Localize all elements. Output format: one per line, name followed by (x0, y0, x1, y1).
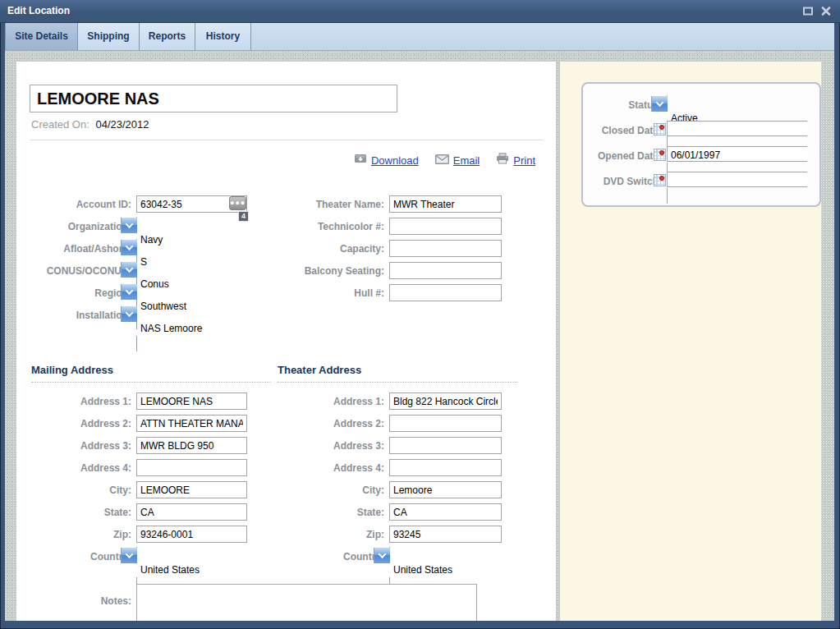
download-link-text[interactable]: Download (371, 154, 419, 167)
organization-row: Organization:Navy (23, 215, 247, 237)
state-control (389, 503, 502, 521)
city-label: City: (273, 484, 389, 496)
tab-shipping[interactable]: Shipping (78, 23, 140, 50)
balcony-seating-input[interactable] (389, 262, 502, 279)
hull-input[interactable] (389, 284, 502, 301)
zip-control (389, 526, 502, 543)
maximize-icon[interactable] (801, 5, 814, 17)
print-link-text[interactable]: Print (513, 154, 535, 167)
opened-date-input[interactable] (668, 148, 807, 163)
city-row: City: (273, 479, 502, 501)
download-icon (354, 153, 367, 168)
organization-label: Organization: (23, 221, 136, 232)
address-2-input[interactable] (389, 415, 502, 432)
zip-input[interactable] (136, 526, 247, 543)
address-4-input[interactable] (136, 459, 247, 476)
calendar-icon[interactable] (654, 123, 666, 135)
technicolor-input[interactable] (389, 218, 502, 235)
chevron-down-icon[interactable] (651, 96, 668, 112)
address-3-input[interactable] (136, 437, 247, 454)
capacity-input[interactable] (389, 240, 502, 257)
window-controls (801, 5, 832, 17)
dvd-switch-date-field (667, 172, 807, 204)
hull-control (389, 284, 502, 301)
country-label: Country: (23, 551, 136, 562)
country-row: Country:United States (273, 545, 502, 567)
ellipsis-button[interactable]: ●●● (229, 196, 246, 210)
address-4-row: Address 4: (23, 457, 247, 479)
email-link[interactable]: Email (435, 153, 480, 168)
address-1-control (389, 393, 502, 410)
address-1-input[interactable] (389, 393, 502, 410)
address-1-label: Address 1: (273, 396, 389, 407)
address-4-control (136, 459, 247, 476)
download-link[interactable]: Download (354, 153, 419, 168)
city-row: City: (23, 479, 247, 501)
theater-name-input[interactable] (389, 195, 502, 213)
capacity-label: Capacity: (273, 243, 389, 255)
notes-label: Notes: (23, 584, 136, 607)
afloat-ashore-row: Afloat/Ashore:S (23, 237, 247, 259)
address-3-input[interactable] (389, 437, 502, 454)
tab-site-details[interactable]: Site Details (5, 23, 78, 50)
city-input[interactable] (136, 481, 247, 498)
site-form-right: Theater Name:Technicolor #:Capacity:Balc… (273, 193, 502, 304)
city-label: City: (23, 484, 136, 496)
address-2-row: Address 2: (23, 412, 247, 434)
dvd-switch-row: DVD Switch: (583, 168, 819, 194)
chevron-down-icon[interactable] (121, 262, 137, 278)
address-2-label: Address 2: (23, 418, 136, 429)
created-on-value: 04/23/2012 (95, 118, 149, 131)
print-icon (496, 153, 509, 168)
zip-label: Zip: (23, 529, 136, 540)
address-1-input[interactable] (136, 393, 247, 410)
city-input[interactable] (389, 481, 502, 498)
address-2-control (136, 415, 247, 432)
address-4-input[interactable] (389, 459, 502, 476)
email-link-text[interactable]: Email (453, 154, 480, 167)
installation-select[interactable]: NAS Lemoore (136, 305, 247, 351)
opened-date-row: Opened Date: (583, 143, 819, 168)
closed-date-control (667, 122, 806, 139)
created-on-label: Created On: (31, 118, 90, 131)
tab-reports[interactable]: Reports (140, 23, 195, 50)
print-link[interactable]: Print (496, 153, 535, 168)
address-2-input[interactable] (136, 415, 247, 432)
dvd-switch-input[interactable] (668, 173, 807, 189)
address-4-label: Address 4: (23, 462, 136, 474)
balcony-seating-label: Balcony Seating: (273, 265, 389, 277)
address-1-row: Address 1: (273, 390, 502, 412)
mailing-address-form: Address 1:Address 2:Address 3:Address 4:… (23, 390, 247, 567)
chevron-down-icon[interactable] (374, 548, 390, 563)
notes-textarea[interactable] (136, 584, 477, 621)
close-icon[interactable] (819, 5, 832, 17)
state-label: State: (23, 507, 136, 518)
email-icon (435, 153, 449, 168)
state-input[interactable] (136, 503, 247, 521)
calendar-icon[interactable] (654, 174, 666, 186)
site-name-input[interactable] (30, 85, 397, 112)
chevron-down-icon[interactable] (121, 284, 137, 300)
technicolor-label: Technicolor #: (273, 221, 389, 232)
region-label: Region: (23, 287, 136, 299)
account-id-control: ●●●4 (136, 195, 247, 213)
balcony-seating-control (389, 262, 502, 279)
installation-label: Installation: (23, 310, 136, 321)
chevron-down-icon[interactable] (121, 218, 137, 233)
technicolor-control (389, 218, 502, 235)
address-2-row: Address 2: (273, 412, 502, 434)
edit-location-window: Edit Location Site DetailsShippingReport… (0, 0, 840, 629)
chevron-down-icon[interactable] (121, 548, 137, 563)
status-box: Status:ActiveClosed Date:Opened Date:DVD… (581, 82, 821, 207)
state-input[interactable] (389, 503, 502, 521)
address-4-control (389, 459, 502, 476)
address-1-row: Address 1: (23, 390, 247, 412)
zip-input[interactable] (389, 526, 502, 543)
closed-date-input[interactable] (668, 122, 807, 138)
calendar-icon[interactable] (654, 149, 666, 161)
chevron-down-icon[interactable] (121, 240, 137, 255)
chevron-down-icon[interactable] (121, 306, 137, 322)
address-1-control (136, 393, 247, 410)
tab-history[interactable]: History (195, 23, 251, 50)
theater-name-row: Theater Name: (273, 193, 502, 215)
